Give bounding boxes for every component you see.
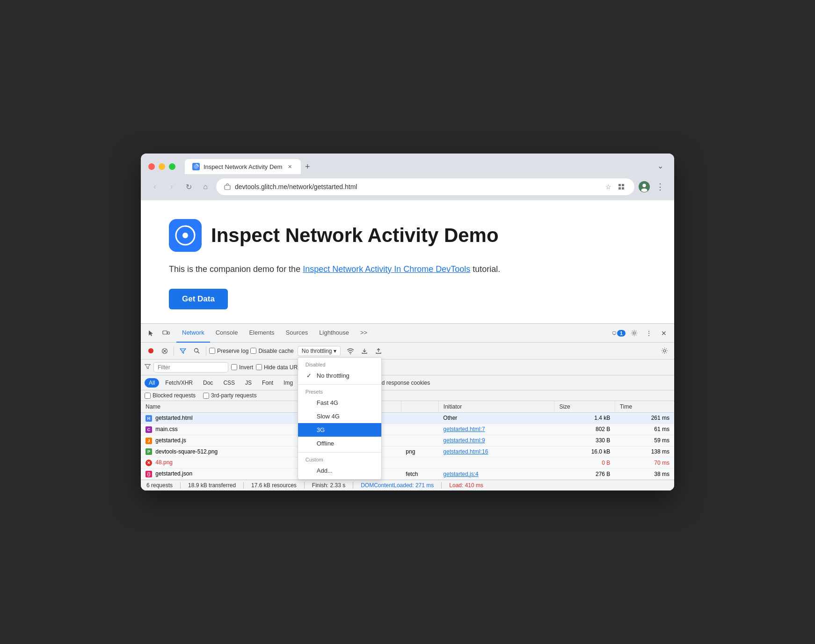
invert-input[interactable]	[231, 364, 237, 370]
file-name: devtools-square-512.png	[155, 448, 218, 455]
throttle-add[interactable]: Add...	[298, 464, 381, 477]
initiator-link[interactable]: getstarted.js:4	[443, 471, 478, 477]
active-tab[interactable]: Inspect Network Activity Dem ✕	[185, 159, 301, 174]
network-toolbar: Preserve log Disable cache No throttling…	[141, 343, 674, 359]
type-filter-fetch-xhr[interactable]: Fetch/XHR	[161, 378, 197, 388]
blocked-requests-checkbox[interactable]: Blocked requests	[145, 392, 196, 399]
hide-data-checkbox[interactable]: Hide data URLs	[256, 364, 304, 371]
record-button[interactable]	[145, 345, 157, 357]
reload-button[interactable]: ↻	[182, 180, 195, 193]
blocked-bar: Blocked requests 3rd-party requests	[141, 390, 674, 401]
close-button[interactable]	[148, 163, 155, 170]
type-filter-font[interactable]: Font	[258, 378, 277, 388]
throttle-3g[interactable]: 3G	[298, 423, 381, 437]
col-size[interactable]: Size	[554, 401, 615, 413]
online-indicator-icon[interactable]	[344, 345, 357, 357]
bookmark-button[interactable]: ☆	[603, 181, 614, 192]
type-filter-img[interactable]: Img	[279, 378, 297, 388]
file-name: getstarted.js	[155, 437, 186, 444]
type-filter-doc[interactable]: Doc	[199, 378, 217, 388]
browser-menu-button[interactable]: ⋮	[654, 180, 667, 193]
cell-time: 61 ms	[615, 424, 674, 435]
tab-network[interactable]: Network	[176, 324, 210, 343]
elements-cursor-icon[interactable]	[145, 327, 158, 340]
page-title: Inspect Network Activity Demo	[211, 225, 499, 246]
throttle-offline[interactable]: Offline	[298, 437, 381, 450]
tab-sources[interactable]: Sources	[280, 324, 314, 343]
load-time: Load: 410 ms	[449, 482, 483, 489]
initiator-link[interactable]: getstarted.html:7	[443, 426, 485, 432]
page-logo	[169, 219, 202, 252]
new-tab-button[interactable]: +	[301, 160, 314, 173]
cell-type: png	[401, 446, 438, 457]
tab-close-button[interactable]: ✕	[286, 163, 293, 170]
tab-console[interactable]: Console	[210, 324, 244, 343]
filter-input[interactable]	[153, 362, 228, 373]
network-settings-icon[interactable]	[658, 345, 670, 357]
minimize-button[interactable]	[159, 163, 165, 170]
device-toolbar-icon[interactable]	[160, 327, 173, 340]
url-security-icon	[224, 183, 231, 190]
get-data-button[interactable]: Get Data	[169, 289, 228, 309]
col-initiator[interactable]: Initiator	[438, 401, 554, 413]
devtools-link[interactable]: Inspect Network Activity In Chrome DevTo…	[303, 264, 470, 274]
maximize-button[interactable]	[169, 163, 175, 170]
extensions-button[interactable]	[616, 181, 627, 192]
table-row[interactable]: P devtools-square-512.png 200 png getsta…	[141, 446, 674, 457]
tab-lighthouse[interactable]: Lighthouse	[313, 324, 355, 343]
initiator-link[interactable]: getstarted.html:9	[443, 437, 485, 444]
third-party-input[interactable]	[203, 393, 209, 399]
import-har-icon[interactable]	[358, 345, 371, 357]
table-row[interactable]: J getstarted.js 200 getstarted.html:9 33…	[141, 435, 674, 446]
svg-point-8	[641, 189, 648, 192]
filter-button[interactable]	[177, 345, 189, 357]
preserve-log-checkbox[interactable]: Preserve log	[209, 348, 248, 354]
table-row[interactable]: H getstarted.html 200 Other 1.4 kB 261 m…	[141, 413, 674, 424]
disable-cache-checkbox[interactable]: Disable cache	[250, 348, 293, 354]
export-har-icon[interactable]	[372, 345, 385, 357]
tab-dropdown-button[interactable]: ⌄	[654, 159, 667, 172]
preserve-log-input[interactable]	[209, 348, 215, 354]
type-filter-all[interactable]: All	[145, 378, 159, 388]
svg-rect-13	[613, 331, 616, 334]
devtools-settings-button[interactable]	[627, 327, 640, 340]
type-filter-js[interactable]: JS	[241, 378, 256, 388]
tab-elements[interactable]: Elements	[243, 324, 280, 343]
disable-cache-input[interactable]	[250, 348, 256, 354]
browser-window: Inspect Network Activity Dem ✕ + ⌄ ‹ › ↻…	[141, 154, 674, 490]
cell-size: 330 B	[554, 435, 615, 446]
devtools-tabs-right: 1 ⋮ ✕	[612, 327, 670, 340]
home-button[interactable]: ⌂	[199, 180, 212, 193]
blocked-requests-input[interactable]	[145, 393, 151, 399]
throttle-fast4g[interactable]: Fast 4G	[298, 396, 381, 410]
table-row[interactable]: ✕ 48.png (failed) net... 0 B 70 ms	[141, 457, 674, 468]
forward-button[interactable]: ›	[165, 180, 178, 193]
throttle-button[interactable]: No throttling ▾	[298, 346, 341, 356]
table-row[interactable]: C main.css 200 getstarted.html:7 802 B 6…	[141, 424, 674, 435]
back-button[interactable]: ‹	[148, 180, 161, 193]
add-label: Add...	[317, 467, 333, 474]
initiator-link[interactable]: getstarted.html:16	[443, 448, 488, 455]
console-messages-icon[interactable]: 1	[612, 327, 626, 340]
url-bar[interactable]: devtools.glitch.me/network/getstarted.ht…	[216, 178, 635, 196]
type-filter-css[interactable]: CSS	[219, 378, 239, 388]
tab-more[interactable]: >>	[355, 324, 373, 343]
col-time[interactable]: Time	[615, 401, 674, 413]
throttle-no-throttling[interactable]: ✓ No throttling	[298, 369, 381, 382]
table-row[interactable]: {} getstarted.json 200 fetch getstarted.…	[141, 468, 674, 480]
hide-data-input[interactable]	[256, 364, 262, 370]
cell-name: J getstarted.js	[141, 435, 314, 446]
file-icon: H	[146, 415, 152, 422]
col-type[interactable]	[401, 401, 438, 413]
col-name[interactable]: Name	[141, 401, 314, 413]
file-icon: {}	[146, 471, 152, 477]
clear-button[interactable]	[159, 345, 171, 357]
cell-name: {} getstarted.json	[141, 468, 314, 480]
devtools-close-button[interactable]: ✕	[657, 327, 670, 340]
throttle-slow4g[interactable]: Slow 4G	[298, 410, 381, 423]
search-button[interactable]	[191, 345, 203, 357]
devtools-more-button[interactable]: ⋮	[642, 327, 655, 340]
profile-avatar[interactable]	[639, 181, 650, 192]
invert-checkbox[interactable]: Invert	[231, 364, 253, 371]
third-party-checkbox[interactable]: 3rd-party requests	[203, 392, 256, 399]
